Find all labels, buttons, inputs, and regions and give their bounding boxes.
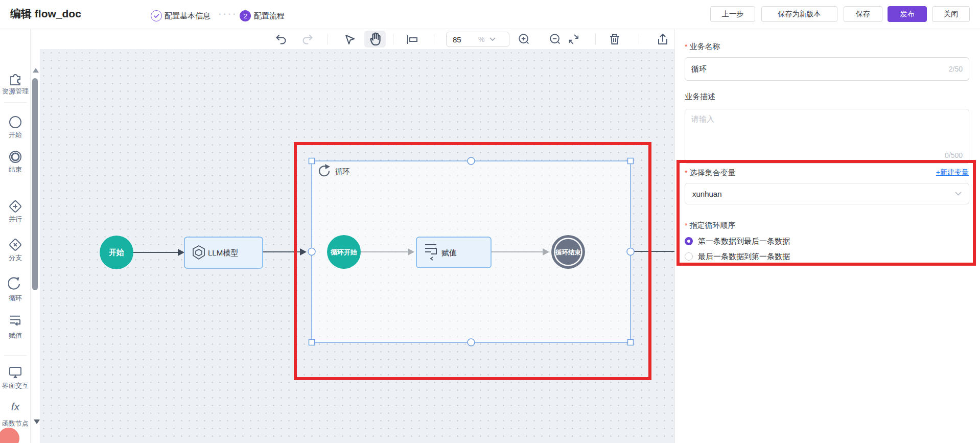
toolbar-separator — [639, 34, 639, 44]
order-label: 指定循环顺序 — [689, 221, 735, 229]
canvas-scrollbar-thumb[interactable] — [32, 78, 38, 290]
loop-arrow-icon[interactable] — [8, 276, 22, 290]
step1-check-circle — [151, 10, 162, 21]
sidebar-item-assign[interactable]: 赋值 — [0, 331, 31, 340]
name-label: 业务名称 — [689, 42, 720, 51]
hand-tool-active-bg[interactable] — [364, 31, 386, 48]
config-panel: *业务名称 2/50 业务描述 0/500 *选择集合变量 +新建变量 xunh… — [674, 29, 980, 443]
collection-label-row: *选择集合变量 — [685, 168, 735, 178]
branch-diamond-icon[interactable] — [8, 238, 22, 252]
radio-selected-icon[interactable] — [685, 237, 693, 245]
radio-unselected-icon[interactable] — [685, 252, 693, 261]
name-char-count: 2/50 — [949, 65, 963, 73]
end-circle-icon[interactable] — [8, 150, 22, 164]
zoom-input[interactable] — [447, 35, 469, 44]
close-button[interactable]: 关闭 — [932, 6, 970, 22]
toolbar-separator — [595, 34, 596, 44]
toolbar-separator — [434, 34, 434, 44]
zoom-out-icon[interactable] — [548, 33, 563, 46]
header: 编辑 flow_doc 配置基本信息 ···· 2 配置流程 上一步 保存为新版… — [0, 0, 980, 29]
puzzle-icon[interactable] — [8, 72, 22, 86]
sidebar-divider — [4, 102, 27, 103]
collection-select-value: xunhuan — [692, 190, 722, 198]
chevron-down-icon — [955, 192, 962, 196]
hand-tool-icon — [364, 31, 386, 48]
sidebar-item-parallel[interactable]: 并行 — [0, 215, 31, 224]
sidebar-item-resource[interactable]: 资源管理 — [0, 87, 31, 96]
save-as-new-version-button[interactable]: 保存为新版本 — [761, 6, 837, 22]
new-variable-link[interactable]: +新建变量 — [936, 168, 969, 177]
page-title: 编辑 flow_doc — [10, 7, 81, 21]
node-palette-sidebar: 资源管理 开始 结束 并行 分支 循环 赋值 — [0, 29, 31, 443]
assign-lines-icon[interactable] — [8, 314, 22, 328]
check-icon — [151, 11, 161, 21]
order-label-row: *指定循环顺序 — [685, 221, 735, 230]
step2-label: 配置流程 — [254, 11, 285, 21]
order-option-first-to-last[interactable]: 第一条数据到最后一条数据 — [685, 237, 790, 246]
toolbar-separator — [328, 34, 328, 44]
zoom-control: % — [446, 32, 509, 47]
name-label-row: *业务名称 — [685, 42, 720, 52]
desc-label: 业务描述 — [685, 92, 715, 101]
collection-label: 选择集合变量 — [689, 168, 735, 177]
trash-icon[interactable] — [608, 33, 621, 46]
desc-textarea[interactable] — [685, 109, 969, 150]
desc-char-count: 0/500 — [945, 151, 963, 159]
step2-badge: 2 — [240, 10, 251, 21]
zoom-percent-label: % — [478, 35, 484, 43]
monitor-icon[interactable] — [8, 365, 22, 379]
desc-label-row: 业务描述 — [685, 92, 715, 102]
sidebar-item-function-node[interactable]: 函数节点 — [0, 419, 31, 428]
pointer-tool-icon[interactable] — [343, 33, 357, 46]
canvas-scroll-up-arrow[interactable] — [33, 68, 39, 73]
fit-to-screen-icon[interactable] — [567, 33, 580, 46]
function-fx-icon[interactable]: fx — [0, 401, 31, 413]
order-option-label: 第一条数据到最后一条数据 — [698, 237, 790, 246]
save-button[interactable]: 保存 — [844, 6, 882, 22]
name-input[interactable] — [691, 65, 949, 74]
prev-step-button[interactable]: 上一步 — [710, 6, 755, 22]
collection-select[interactable]: xunhuan — [685, 183, 969, 204]
order-option-label: 最后一条数据到第一条数据 — [698, 252, 790, 262]
required-mark: * — [685, 42, 687, 51]
redo-icon[interactable] — [301, 33, 314, 46]
required-mark: * — [685, 221, 687, 229]
align-left-icon[interactable] — [405, 33, 419, 46]
zoom-in-icon[interactable] — [517, 33, 531, 46]
sidebar-scroll-more-icon[interactable] — [34, 419, 40, 424]
sidebar-item-start[interactable]: 开始 — [0, 130, 31, 139]
sidebar-divider — [4, 355, 27, 356]
canvas-toolbar: % — [31, 29, 674, 49]
sidebar-item-branch[interactable]: 分支 — [0, 253, 31, 263]
canvas[interactable] — [40, 49, 674, 443]
sidebar-item-end[interactable]: 结束 — [0, 165, 31, 174]
undo-icon[interactable] — [274, 33, 288, 46]
parallel-diamond-icon[interactable] — [8, 199, 22, 214]
desc-textarea-wrap: 0/500 — [685, 109, 969, 164]
publish-button[interactable]: 发布 — [888, 6, 927, 22]
name-input-wrap: 2/50 — [685, 57, 969, 81]
export-icon[interactable] — [656, 33, 669, 46]
step-separator: ···· — [219, 10, 238, 19]
chevron-down-icon[interactable] — [489, 37, 496, 41]
sidebar-item-ui-interaction[interactable]: 界面交互 — [0, 381, 31, 390]
toolbar-separator — [393, 34, 393, 44]
order-option-last-to-first[interactable]: 最后一条数据到第一条数据 — [685, 252, 790, 261]
step1-label: 配置基本信息 — [165, 11, 211, 21]
sidebar-item-loop[interactable]: 循环 — [0, 294, 31, 303]
start-circle-icon[interactable] — [8, 115, 22, 129]
required-mark: * — [685, 169, 687, 177]
